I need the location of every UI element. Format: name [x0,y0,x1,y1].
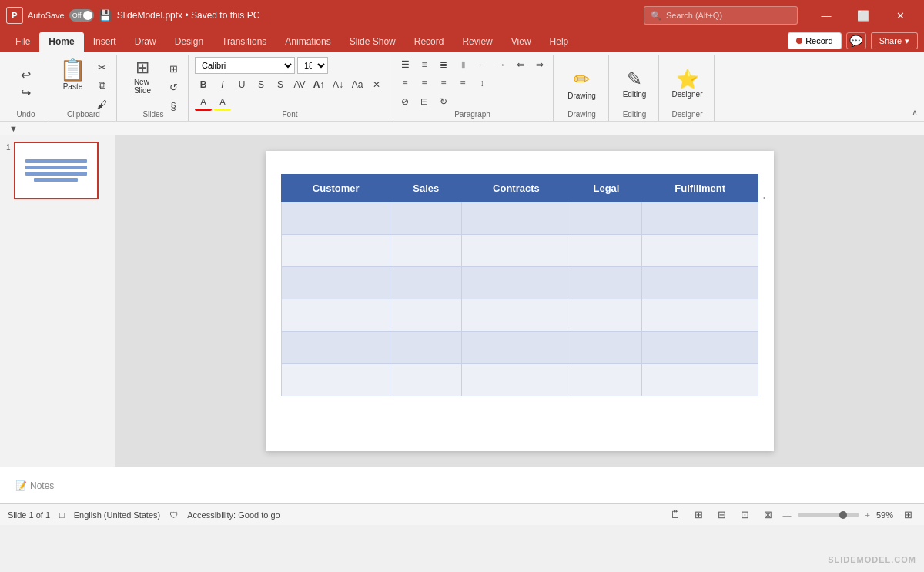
fit-slide-button[interactable]: ⊞ [899,507,916,523]
table-row[interactable] [390,299,462,332]
table-row[interactable] [642,235,758,267]
tab-view[interactable]: View [502,32,541,52]
slide-canvas[interactable]: · Customer Sales Contracts Legal Fulfill… [266,151,774,451]
char-spacing-button[interactable]: AV [291,77,308,92]
table-row[interactable] [390,332,462,364]
change-case-button[interactable]: Aa [349,77,366,92]
tab-record[interactable]: Record [405,32,454,52]
table-row[interactable] [390,267,462,299]
table-row[interactable] [462,332,571,364]
rtl-button[interactable]: ⇐ [512,57,529,72]
table-row[interactable] [571,332,642,364]
drawing-button[interactable]: ✏ Drawing [561,65,602,103]
font-color-button[interactable]: A [195,95,212,111]
save-icon[interactable]: 💾 [99,8,112,22]
record-button[interactable]: Record [788,32,841,49]
zoom-out-icon[interactable]: — [783,510,792,520]
ribbon-collapse-button[interactable]: ∧ [912,108,918,118]
table-row[interactable] [571,267,642,299]
table-row[interactable] [462,364,571,396]
underline-button[interactable]: U [233,77,250,92]
reset-button[interactable]: ↺ [163,79,183,95]
indent-less-button[interactable]: ← [474,57,490,72]
layout-button[interactable]: ⊞ [163,60,183,77]
restore-button[interactable]: ⬜ [845,0,881,31]
editing-button[interactable]: ✎ Editing [615,65,654,102]
italic-button[interactable]: I [214,77,231,92]
zoom-in-icon[interactable]: + [865,510,870,520]
presenter-view-button[interactable]: ⊠ [760,507,777,523]
table-row[interactable] [282,235,390,267]
tab-help[interactable]: Help [541,32,578,52]
slide-table[interactable]: Customer Sales Contracts Legal Fulfillme… [281,174,758,396]
font-size-select[interactable]: 18 [297,57,328,74]
table-row[interactable] [462,202,571,235]
tab-insert[interactable]: Insert [84,32,126,52]
bullets-button[interactable]: ☰ [397,57,413,72]
strikethrough-button[interactable]: S [253,77,270,92]
table-row[interactable] [390,202,462,235]
align-text-button[interactable]: ⊟ [416,94,433,109]
table-row[interactable] [642,364,758,396]
center-button[interactable]: ≡ [416,75,433,91]
columns-button[interactable]: ⫴ [454,57,471,72]
slide-thumbnail[interactable] [14,142,99,199]
clear-format-button[interactable]: ✕ [368,77,385,92]
normal-view-button[interactable]: ⊞ [691,507,708,523]
table-row[interactable] [282,267,390,299]
numbered-button[interactable]: ≡ [416,57,433,72]
highlight-button[interactable]: A [214,95,231,111]
table-row[interactable] [642,332,758,364]
table-row[interactable] [462,299,571,332]
cut-button[interactable]: ✂ [92,59,112,75]
smart-art-button[interactable]: ↻ [435,94,452,109]
table-row[interactable] [282,202,390,235]
font-name-select[interactable]: Calibri [195,57,295,74]
table-row[interactable] [390,235,462,267]
slide-sorter-button[interactable]: ⊟ [714,507,731,523]
table-row[interactable] [571,202,642,235]
increase-font-button[interactable]: A↑ [310,77,327,92]
line-spacing-button[interactable]: ↕ [474,75,490,91]
share-button[interactable]: Share ▾ [871,32,918,49]
close-button[interactable]: ✕ [882,0,918,31]
table-row[interactable] [642,299,758,332]
align-left-button[interactable]: ≡ [397,75,413,91]
tab-home[interactable]: Home [39,32,83,52]
redo-button[interactable]: ↪ [16,84,36,101]
autosave-toggle[interactable]: Off [69,9,94,22]
tab-review[interactable]: Review [453,32,501,52]
zoom-slider[interactable] [798,513,859,517]
justify-button[interactable]: ≡ [454,75,471,91]
decrease-font-button[interactable]: A↓ [330,77,346,92]
table-row[interactable] [462,267,571,299]
quick-access-icon[interactable]: ▼ [8,123,19,134]
indent-more-button[interactable]: → [493,57,510,72]
multilevel-button[interactable]: ≣ [435,57,452,72]
table-row[interactable] [462,235,571,267]
table-row[interactable] [571,299,642,332]
table-row[interactable] [282,332,390,364]
align-right-button[interactable]: ≡ [435,75,452,91]
table-row[interactable] [642,267,758,299]
reading-view-button[interactable]: ⊡ [737,507,754,523]
table-row[interactable] [282,364,390,396]
table-row[interactable] [571,235,642,267]
shadow-button[interactable]: S [272,77,289,92]
tab-slideshow[interactable]: Slide Show [340,32,405,52]
table-row[interactable] [642,202,758,235]
tab-file[interactable]: File [6,32,39,52]
paste-button[interactable]: 📋 Paste [55,57,90,93]
comment-button[interactable]: 💬 [846,32,866,49]
minimize-button[interactable]: — [808,0,844,31]
table-row[interactable] [390,364,462,396]
search-box[interactable]: 🔍 Search (Alt+Q) [644,6,798,25]
tab-animations[interactable]: Animations [276,32,340,52]
notes-view-button[interactable]: 🗒 [668,507,685,523]
new-slide-button[interactable]: ⊞ NewSlide [123,57,162,97]
tab-transitions[interactable]: Transitions [213,32,276,52]
copy-button[interactable]: ⧉ [92,77,112,94]
table-row[interactable] [571,364,642,396]
designer-button[interactable]: ⭐ Designer [665,65,708,102]
undo-button[interactable]: ↩ [16,66,36,83]
